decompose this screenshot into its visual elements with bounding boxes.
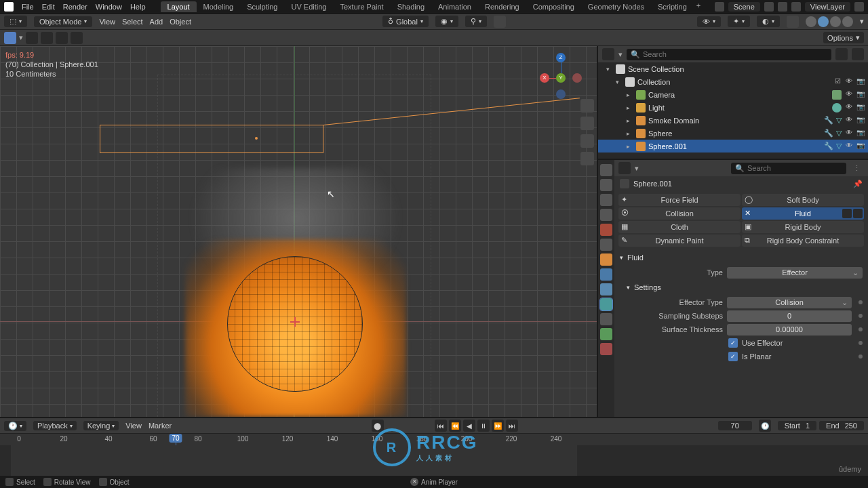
properties-search[interactable]: 🔍Search — [731, 163, 846, 174]
is-planar-checkbox[interactable]: ✓ — [728, 352, 738, 361]
disclosure-icon[interactable]: ▸ — [627, 143, 633, 150]
anim-dot[interactable] — [859, 300, 863, 304]
btn-force-field[interactable]: ✦Force Field — [618, 194, 741, 206]
play-reverse-button[interactable]: ◀ — [463, 420, 475, 432]
scene-new-icon[interactable] — [778, 2, 787, 12]
proportional-edit-button[interactable] — [494, 16, 506, 28]
outliner-item-camera[interactable]: ▸ Camera 👁📷 — [598, 88, 868, 101]
outliner-display-dropdown[interactable] — [602, 48, 614, 60]
outliner-item-smoke-domain[interactable]: ▸ Smoke Domain 🔧 ▽ 👁📷 — [598, 114, 868, 127]
workspace-modeling[interactable]: Modeling — [197, 1, 241, 12]
render-icon[interactable]: 📷 — [856, 103, 865, 113]
perspective-icon[interactable] — [580, 152, 594, 165]
mode-dropdown[interactable]: Object Mode▾ — [34, 16, 92, 27]
editor-type-dropdown[interactable]: ⬚▾ — [4, 16, 27, 27]
outliner-item-light[interactable]: ▸ Light 👁📷 — [598, 101, 868, 114]
header-view[interactable]: View — [99, 18, 115, 26]
btn-cloth[interactable]: ▦Cloth — [618, 221, 741, 233]
tab-output[interactable] — [600, 179, 612, 191]
viewlayer-selector[interactable]: ViewLayer — [805, 2, 850, 12]
jump-end-button[interactable]: ⏭ — [506, 420, 518, 432]
selected-plane-outline[interactable] — [100, 125, 323, 153]
tab-material[interactable] — [600, 343, 612, 355]
header-object[interactable]: Object — [170, 18, 191, 26]
workspace-geonodes[interactable]: Geometry Nodes — [581, 1, 651, 12]
menu-edit[interactable]: Edit — [42, 3, 55, 11]
display-render-icon[interactable] — [853, 209, 863, 218]
timeline-marker[interactable]: Marker — [149, 422, 172, 430]
use-preview-range[interactable]: 🕐 — [759, 420, 771, 432]
options-dropdown[interactable]: Options▾ — [823, 32, 864, 43]
jump-start-button[interactable]: ⏮ — [435, 420, 447, 432]
render-icon[interactable]: 📷 — [856, 116, 865, 125]
camera-view-icon[interactable] — [580, 134, 594, 148]
select-mode-3[interactable] — [56, 32, 68, 44]
outliner-scene-collection[interactable]: ▾ Scene Collection — [598, 62, 868, 75]
exclude-checkbox[interactable]: ☑ — [833, 77, 842, 87]
timeline-view[interactable]: View — [125, 422, 142, 430]
pin-icon[interactable]: 📌 — [853, 180, 863, 188]
properties-editor-dropdown[interactable] — [618, 162, 631, 174]
disclosure-icon[interactable]: ▾ — [606, 66, 613, 73]
header-select[interactable]: Select — [122, 18, 143, 26]
btn-rigid-body[interactable]: ▣Rigid Body — [742, 221, 864, 233]
tab-render[interactable] — [600, 164, 612, 176]
zoom-icon[interactable] — [580, 99, 594, 113]
outliner-new-collection[interactable] — [852, 48, 864, 60]
end-frame-field[interactable]: End250 — [819, 421, 864, 430]
workspace-uv[interactable]: UV Editing — [284, 1, 333, 12]
xray-toggle[interactable] — [787, 16, 799, 28]
workspace-scripting[interactable]: Scripting — [651, 1, 694, 12]
disclosure-icon[interactable]: ▸ — [627, 92, 633, 98]
outliner-filter-button[interactable] — [835, 48, 848, 60]
eye-icon[interactable]: 👁 — [844, 129, 854, 138]
sampling-field[interactable]: 0 — [727, 310, 852, 322]
effector-type-dropdown[interactable]: Collision — [727, 297, 852, 308]
btn-collision[interactable]: ⦿Collision — [618, 207, 741, 220]
display-viewport-icon[interactable] — [842, 209, 852, 218]
outliner-collection[interactable]: ▾ Collection ☑👁📷 — [598, 75, 868, 88]
workspace-shading[interactable]: Shading — [391, 1, 431, 12]
tool-select-dropdown[interactable]: ▾ — [19, 33, 23, 42]
workspace-compositing[interactable]: Compositing — [526, 1, 581, 12]
3d-viewport[interactable]: fps: 9.19 (70) Collection | Sphere.001 1… — [0, 46, 598, 417]
gizmo-neg-x[interactable] — [572, 73, 582, 83]
workspace-texpaint[interactable]: Texture Paint — [333, 1, 390, 12]
btn-dynamic-paint[interactable]: ✎Dynamic Paint — [618, 235, 741, 247]
options-icon[interactable]: ⋮ — [853, 164, 864, 173]
pivot-dropdown[interactable]: ◉▾ — [435, 16, 458, 27]
shading-options-dropdown[interactable]: ▾ — [860, 17, 864, 26]
playback-dropdown[interactable]: Playback▾ — [33, 421, 77, 430]
tab-viewlayer[interactable] — [600, 194, 612, 206]
anim-dot[interactable] — [859, 341, 863, 345]
disclosure-icon[interactable]: ▸ — [627, 130, 633, 137]
current-frame-field[interactable]: 70 — [718, 421, 752, 430]
timeline-body[interactable] — [0, 445, 868, 477]
workspace-rendering[interactable]: Rendering — [478, 1, 526, 12]
anim-dot[interactable] — [859, 354, 863, 359]
autokey-button[interactable]: ⬤ — [372, 420, 384, 432]
workspace-sculpting[interactable]: Sculpting — [240, 1, 284, 12]
timeline-editor-dropdown[interactable]: 🕐▾ — [4, 421, 26, 431]
render-icon[interactable]: 📷 — [856, 129, 865, 138]
gizmo-y-axis[interactable]: Y — [556, 73, 566, 83]
btn-soft-body[interactable]: ◯Soft Body — [742, 194, 864, 206]
shading-wireframe[interactable] — [806, 16, 816, 27]
cancel-anim-button[interactable]: ✕ — [410, 478, 418, 486]
blender-logo-icon[interactable] — [4, 2, 14, 12]
jump-next-key-button[interactable]: ⏩ — [492, 420, 504, 432]
tab-particle[interactable] — [600, 283, 612, 296]
render-icon[interactable]: 📷 — [856, 90, 865, 100]
tab-object[interactable] — [600, 253, 612, 266]
menu-help[interactable]: Help — [130, 3, 146, 11]
start-frame-field[interactable]: Start1 — [778, 421, 816, 430]
disclosure-icon[interactable]: ▾ — [616, 79, 623, 85]
scene-browse-icon[interactable] — [715, 2, 724, 12]
fluid-type-dropdown[interactable]: Effector — [727, 267, 863, 279]
menu-file[interactable]: File — [22, 3, 34, 11]
eye-icon[interactable]: 👁 — [844, 142, 854, 151]
scene-pin-icon[interactable] — [764, 2, 774, 12]
viewlayer-new-icon[interactable] — [854, 2, 864, 12]
shading-rendered[interactable] — [842, 16, 853, 27]
workspace-layout[interactable]: Layout — [161, 1, 197, 12]
